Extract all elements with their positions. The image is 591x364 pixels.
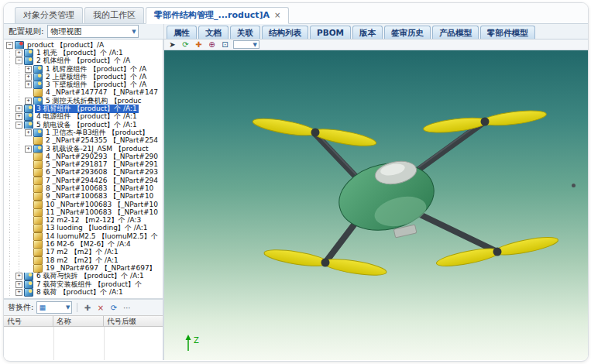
expand-toggle-icon[interactable]: + [25, 146, 32, 153]
delete-replacement-icon[interactable]: × [95, 303, 105, 313]
tree-row[interactable]: 16 M2-6 【M2-6】个 /A:4 [4, 240, 163, 248]
collapse-toggle-icon[interactable]: − [15, 57, 22, 64]
tree-row[interactable]: 2 _NPart#254355 【_NPart#254 [4, 137, 163, 145]
tree-guide [5, 153, 15, 160]
expand-toggle-icon[interactable]: + [25, 66, 32, 73]
expand-toggle-icon[interactable]: + [15, 113, 22, 120]
window-tab[interactable]: 我的工作区 [84, 7, 144, 23]
tree-row[interactable]: +1 机壳 【product】个 /A:1 [4, 49, 163, 57]
tree-row[interactable]: 6 _NPart#293608 【_NPart#293 [4, 169, 163, 177]
part-icon [33, 160, 43, 168]
expand-toggle-icon[interactable]: + [25, 81, 32, 88]
zoom-view-icon[interactable]: ⊕ [207, 40, 217, 50]
expand-toggle-icon[interactable]: + [25, 98, 32, 105]
tree-row[interactable]: 14 luomuM2.5 【luomuM2.5】个 [4, 232, 163, 240]
propeller-top-left [252, 115, 377, 149]
add-replacement-icon[interactable]: ✚ [82, 303, 92, 313]
config-view-dropdown[interactable]: 物理视图 ▼ [47, 25, 139, 38]
tree-row[interactable]: +7 载荷安装板组件 【product】个 [4, 280, 163, 288]
right-tab[interactable]: 结构列表 [262, 26, 308, 39]
collapse-toggle-icon[interactable]: − [6, 42, 13, 49]
right-tab[interactable]: 产品模型 [432, 26, 479, 39]
tree-row[interactable]: +5 测控天线折叠机构 【produc [4, 97, 163, 105]
tree-row[interactable]: −5 航电设备 【product】个 /A:1 [4, 121, 163, 129]
tree-row[interactable]: +3 下壁板组件 【product】个 /A [4, 81, 163, 88]
tree-guide [15, 201, 24, 208]
tree-row[interactable]: 9 _NPart#100683 【_NPart#10 [4, 193, 163, 201]
table-body[interactable] [4, 327, 163, 360]
tree-row[interactable]: 10 _NPart#100683 【_NPart#10 [4, 201, 163, 208]
axis-indicator: Z [183, 333, 204, 356]
right-tab[interactable]: PBOM [310, 26, 351, 39]
tree-row[interactable]: −product 【product】/A [4, 41, 163, 49]
tree-row[interactable]: 13 luoding 【luoding】个 /A:1 [4, 225, 163, 232]
tree-node-label: product 【product】/A [26, 41, 105, 49]
collapse-toggle-icon[interactable]: − [15, 122, 22, 129]
tree-node-label: 6 载荷与快拆 【product】个 /A:1 [35, 273, 146, 280]
tree-row[interactable]: 7 _NPart#294426 【_NPart#294 [4, 177, 163, 184]
part-icon [33, 193, 43, 201]
expand-toggle-icon[interactable]: + [15, 105, 22, 112]
more-replacement-icon[interactable]: ⋯ [122, 303, 132, 313]
tree-row[interactable]: 19 _NPart#697 【_NPart#697】 [4, 264, 163, 272]
table-header-cell[interactable]: 代号 [4, 316, 53, 326]
right-tab[interactable]: 零部件模型 [480, 26, 535, 39]
tree-row[interactable]: 4 _NPart#147747 【_NPart#147 [4, 89, 163, 97]
expand-toggle-icon[interactable]: + [15, 273, 22, 280]
assembly-icon [15, 41, 24, 49]
table-header-cell[interactable]: 代号后缀 [104, 316, 163, 326]
right-tab[interactable]: 签审历史 [384, 26, 431, 39]
axis-arrow-icon [186, 335, 191, 340]
window-tab[interactable]: 零部件结构管理_...roduct]A× [146, 7, 289, 24]
tree-row[interactable]: +1 机臂座组件 【product】个 /A [4, 65, 163, 73]
tree-row[interactable]: 8 _NPart#100683 【_NPart#10 [4, 184, 163, 192]
tree-row[interactable]: 5 _NPart#291817 【_NPart#291 [4, 160, 163, 168]
tree-row[interactable]: +3 机臂组件 【product】个 /A:1 [4, 105, 163, 112]
fit-view-icon[interactable]: ⊡ [220, 40, 230, 50]
structure-tree: −product 【product】/A+1 机壳 【product】个 /A:… [4, 39, 163, 298]
tree-row[interactable]: +8 载荷 【product】个 /A:1 [4, 288, 163, 296]
tree-row[interactable]: 17 m2 【m2】个 /A:1 [4, 249, 163, 256]
axis-label: Z [194, 336, 199, 345]
pan-view-icon[interactable]: ✚ [194, 40, 204, 50]
assembly-icon [33, 129, 43, 136]
view-mode-dropdown[interactable]: ▼ [233, 40, 259, 49]
replacement-view-dropdown[interactable]: ▦ ▼ [36, 301, 72, 314]
tree-row[interactable]: +4 电源组件 【product】个 /A:1 [4, 113, 163, 121]
tree-row[interactable]: 11 _NPart#100683 【_NPart#10 [4, 208, 163, 216]
tree-row[interactable]: +3 机载设备-21J_ASM 【product [4, 145, 163, 153]
tree-guide [5, 129, 15, 136]
right-tab[interactable]: 关联 [230, 26, 260, 39]
tree-row[interactable]: +6 载荷与快拆 【product】个 /A:1 [4, 273, 163, 280]
rotate-view-icon[interactable]: ⟳ [180, 40, 191, 50]
window-tab-label: 我的工作区 [93, 8, 136, 23]
tab-close-icon[interactable]: × [274, 8, 280, 23]
viewport-3d[interactable]: Z [164, 50, 588, 360]
window-tab[interactable]: 对象分类管理 [15, 7, 83, 23]
tree-guide [5, 169, 15, 177]
expand-toggle-icon[interactable]: + [15, 281, 22, 288]
expand-toggle-icon[interactable]: + [15, 50, 22, 57]
tree-row[interactable]: 18 m2 【m2】个 /A:1 [4, 256, 163, 264]
rotation-anchor-dot[interactable] [572, 184, 576, 187]
tree-row[interactable]: 12 m2-12 【m2-12】个 /A:3 [4, 217, 163, 225]
right-tab[interactable]: 文档 [198, 26, 228, 39]
right-tab[interactable]: 属性 [167, 26, 197, 39]
part-icon [33, 256, 43, 264]
tree-row[interactable]: 4 _NPart#290293 【_NPart#290 [4, 153, 163, 160]
tree-row[interactable]: −2 机体组件 【product】个 /A [4, 57, 163, 65]
window-tab-label: 零部件结构管理_...roduct]A [154, 8, 270, 23]
select-cursor-icon[interactable]: ➤ [167, 40, 177, 50]
refresh-replacement-icon[interactable]: ⟳ [108, 303, 119, 313]
expand-toggle-icon[interactable]: + [15, 289, 22, 296]
expand-toggle-icon[interactable]: + [25, 129, 32, 136]
expand-toggle-icon[interactable]: + [25, 74, 32, 81]
right-tab[interactable]: 版本 [352, 26, 383, 39]
tree-row[interactable]: +2 上壁板组件 【product】个 /A [4, 73, 163, 81]
main-area: −product 【product】/A+1 机壳 【product】个 /A:… [4, 39, 588, 360]
tree-row[interactable]: +1 卫信杰-单B3组件 【product】 [4, 129, 163, 136]
tree-node-label: 5 测控天线折叠机构 【produc [44, 97, 143, 105]
tree-guide [5, 57, 15, 65]
tree-guide [5, 145, 15, 153]
table-header-cell[interactable]: 名称 [53, 316, 104, 326]
